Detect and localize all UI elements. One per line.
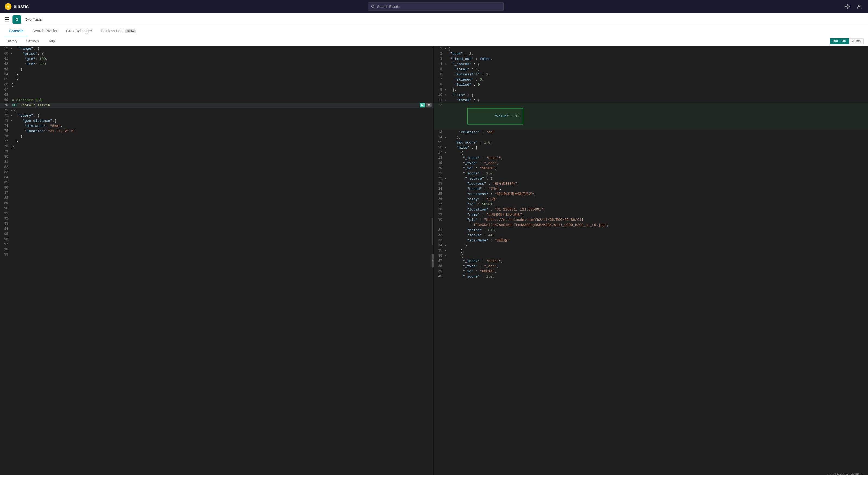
table-row: 83 [0,170,434,175]
status-badges: 200 – OK 90 ms [830,38,864,44]
history-button[interactable]: History [4,38,20,44]
main-content: 59 ▾ "range": { 60 ▾ "price": { 61 "gte"… [0,46,868,475]
table-row: 14 ▾ }, [434,135,868,140]
table-row: 25 "business" : "浦东陆家嘴金融贸易区", [434,191,868,197]
devtools-title: Dev Tools [24,17,42,22]
table-row: 63 } [0,67,434,72]
tab-console[interactable]: Console [4,26,28,36]
table-row: 34 ▾ } [434,243,868,248]
table-row: 13 "relation" : "eq" [434,130,868,135]
table-row: 39 "_id" : "60014", [434,269,868,274]
panel-divider[interactable]: ⠿ [432,254,434,268]
nav-icons [843,2,864,11]
second-nav: ☰ D Dev Tools [0,13,868,26]
table-row: 22 ▾ "_source" : { [434,176,868,181]
svg-line-3 [374,7,375,8]
table-row: -TF3eXKeIJeN7AASiKHbTtx4AAGRegDSBzMABKJA… [434,222,868,228]
table-row: 70 GET /hotel/_search ▶ ⧉ [0,103,434,108]
table-row: 28 "location" : "31.226031, 121.525801", [434,207,868,212]
table-row: 64 } [0,72,434,77]
table-row: 30 "pic" : "https://m.tuniucdn.com/fb2/t… [434,217,868,222]
table-row: 86 [0,185,434,190]
top-nav: e elastic Search Elastic [0,0,868,13]
table-row: 35 ▾ }, [434,248,868,253]
table-row: 12 "value" : 13, [434,103,868,130]
status-time: 90 ms [849,38,864,44]
table-row: 88 [0,196,434,201]
table-row: 19 "_type" : "_doc", [434,160,868,166]
table-row: 1 ▾ { [434,46,868,51]
table-row: 93 [0,221,434,227]
table-row: 87 [0,190,434,196]
table-row: 85 [0,180,434,185]
table-row: 2 "took" : 2, [434,51,868,56]
table-row: 91 [0,211,434,216]
help-button[interactable]: Help [45,38,57,44]
table-row: 99 [0,252,434,258]
svg-point-4 [846,6,848,7]
table-row: 67 [0,87,434,92]
user-icon[interactable] [855,2,864,11]
left-editor-panel[interactable]: 59 ▾ "range": { 60 ▾ "price": { 61 "gte"… [0,46,434,475]
copy-button[interactable]: ⧉ [426,103,432,108]
settings-button[interactable]: Settings [24,38,41,44]
table-row: 3 "timed_out" : false, [434,56,868,62]
table-row: 75 "location":"31.21,121.5" [0,128,434,134]
search-placeholder: Search Elastic [377,5,400,9]
table-row: 84 [0,175,434,180]
table-row: 17 ▾ { [434,150,868,155]
table-row: 37 "_index" : "hotel", [434,259,868,264]
table-row: 40 "_score" : 1.0, [434,274,868,279]
table-row: 65 } [0,77,434,82]
hamburger-button[interactable]: ☰ [4,16,9,23]
table-row: 26 "city" : "上海", [434,197,868,202]
table-row: 96 [0,237,434,242]
table-row: 78 } [0,144,434,149]
svg-text:e: e [7,5,9,8]
table-row: 61 "gte": 100, [0,56,434,62]
table-row: 29 "name" : "上海齐鲁万怡大酒店", [434,212,868,217]
table-row: 16 ▾ "hits" : [ [434,145,868,150]
table-row: 94 [0,227,434,232]
global-search[interactable]: Search Elastic [368,2,504,11]
table-row: 98 [0,247,434,252]
table-row: 89 [0,201,434,206]
table-row: 32 "score" : 44, [434,233,868,238]
tab-grok-debugger[interactable]: Grok Debugger [62,26,97,36]
table-row: 62 "lte": 300 [0,62,434,67]
scroll-handle[interactable] [432,218,433,245]
elastic-logo[interactable]: e elastic [4,3,29,10]
table-row: 5 "total" : 1, [434,67,868,72]
search-icon [371,5,375,8]
table-row: 6 "successful" : 1, [434,72,868,77]
table-row: 18 "_index" : "hotel", [434,155,868,160]
tab-painless-lab[interactable]: Painless Lab BETA [97,26,140,36]
devtools-badge: D [12,15,21,24]
table-row: 82 [0,165,434,170]
table-row: 27 "id" : 56201, [434,202,868,207]
table-row: 69 # distance 查询 [0,98,434,103]
table-row: 60 ▾ "price": { [0,51,434,56]
settings-icon[interactable] [843,2,852,11]
logo-text: elastic [13,4,29,9]
table-row: 33 "starName" : "四星级" [434,238,868,243]
search-bar-container: Search Elastic [32,2,840,11]
code-editor[interactable]: 59 ▾ "range": { 60 ▾ "price": { 61 "gte"… [0,46,434,475]
beta-badge: BETA [125,29,135,33]
toolbar: History Settings Help 200 – OK 90 ms [0,36,868,46]
table-row: 80 [0,154,434,159]
table-row: 71 ▾ { [0,108,434,113]
table-row: 95 [0,232,434,237]
table-row: 74 "distance": "5km", [0,123,434,128]
table-row: 15 "max_score" : 1.0, [434,140,868,145]
line-actions: ▶ ⧉ [420,103,434,108]
tab-search-profiler[interactable]: Search Profiler [28,26,62,36]
run-button[interactable]: ▶ [420,103,425,108]
table-row: 38 "_type" : "_doc", [434,264,868,269]
table-row: 79 [0,149,434,154]
table-row: 90 [0,206,434,211]
table-row: 72 ▾ "query": { [0,113,434,118]
table-row: 7 "skipped" : 0, [434,77,868,82]
table-row: 11 ▾ "total" : { [434,98,868,103]
table-row: 23 "address" : "东方路838号", [434,181,868,186]
